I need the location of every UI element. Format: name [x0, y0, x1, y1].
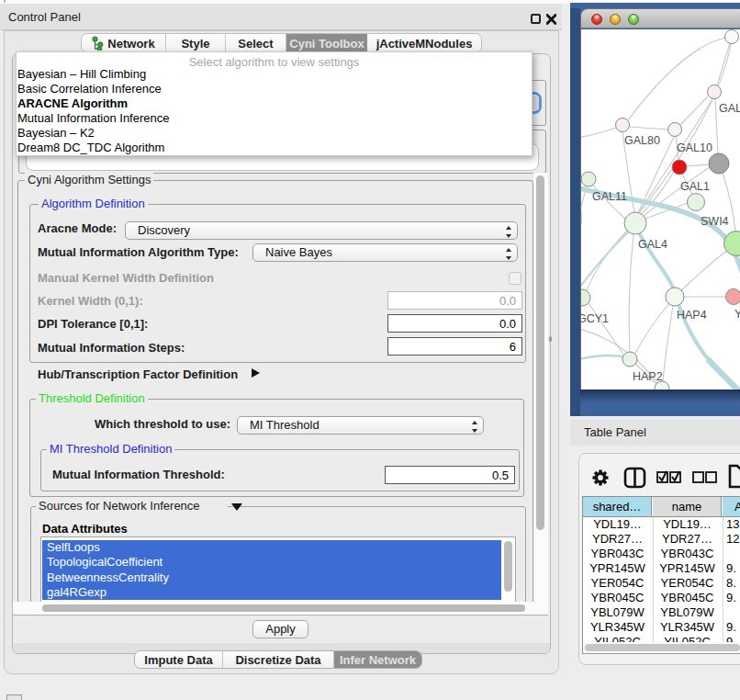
svg-text:GAL1: GAL1: [680, 180, 710, 193]
svg-text:GAL2: GAL2: [719, 102, 740, 115]
svg-text:GCY1: GCY1: [581, 312, 609, 325]
svg-text:GAL80: GAL80: [624, 134, 660, 147]
svg-text:Y: Y: [734, 308, 740, 321]
svg-text:SWI4: SWI4: [701, 215, 729, 228]
svg-text:HAP2: HAP2: [633, 370, 663, 383]
svg-text:HAP4: HAP4: [677, 309, 707, 322]
svg-text:GAL10: GAL10: [677, 141, 712, 154]
svg-text:GAL4: GAL4: [638, 238, 667, 251]
svg-text:GAL11: GAL11: [592, 190, 627, 203]
